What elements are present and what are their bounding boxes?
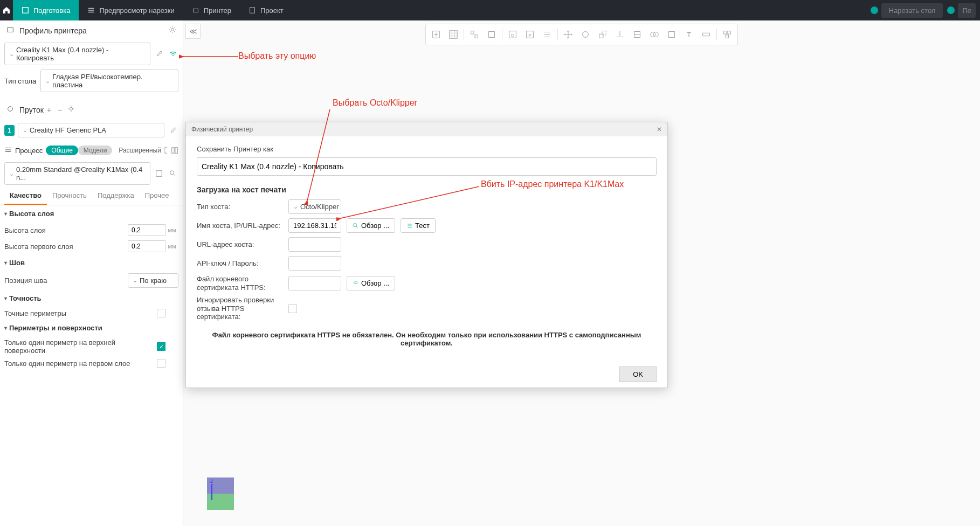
ok-button[interactable]: OK <box>619 366 657 382</box>
unit-mm: мм <box>165 243 178 250</box>
scale-icon[interactable] <box>595 26 611 43</box>
api-key-label: API-ключ / Пароль: <box>197 259 283 267</box>
single-top-label: Только один периметр на верхней поверхно… <box>4 338 157 355</box>
svg-point-4 <box>171 28 174 31</box>
assembly-icon[interactable] <box>719 26 735 43</box>
compare-icon[interactable] <box>171 145 178 156</box>
top-menubar: Подготовка Предпросмотр нарезки Принтер … <box>0 0 980 20</box>
tab-strength[interactable]: Прочность <box>47 187 92 205</box>
height-range-icon[interactable] <box>539 26 555 43</box>
plate-type-label: Тип стола <box>4 77 36 85</box>
svg-rect-29 <box>724 31 727 34</box>
filament-value: Creality HF Generic PLA <box>30 126 106 134</box>
svg-rect-22 <box>602 31 606 35</box>
hostname-input[interactable] <box>288 218 341 233</box>
test-button[interactable]: Тест <box>401 218 436 233</box>
gear-icon[interactable] <box>67 105 75 114</box>
advanced-toggle[interactable] <box>164 147 168 154</box>
tab-other[interactable]: Прочее <box>140 187 175 205</box>
single-top-checkbox[interactable]: ✓ <box>157 342 165 351</box>
process-title: Процесс <box>15 147 43 155</box>
api-key-input[interactable] <box>288 256 341 271</box>
section-layer-height[interactable]: ▾Высота слоя <box>0 205 183 222</box>
wifi-icon[interactable] <box>168 49 178 59</box>
orient-icon[interactable] <box>484 26 500 43</box>
sidebar: Профиль принтера ⌄ Creality K1 Max (0.4 … <box>0 20 183 526</box>
section-seam[interactable]: ▾Шов <box>0 254 183 271</box>
first-layer-input[interactable] <box>128 240 165 252</box>
host-type-select[interactable]: ⌄ Octo/Klipper <box>288 199 341 214</box>
move-icon[interactable] <box>560 26 576 43</box>
process-preset-select[interactable]: ⌄ 0.20mm Standard @Creality K1Max (0.4 n… <box>4 162 150 185</box>
layer-height-input[interactable] <box>128 224 165 236</box>
tab-quality[interactable]: Качество <box>4 187 47 205</box>
search-icon[interactable] <box>168 168 178 179</box>
pill-common[interactable]: Общие <box>46 146 78 155</box>
test-label: Тест <box>415 222 430 230</box>
svg-rect-15 <box>489 32 495 38</box>
axis-gizmo[interactable]: z <box>199 472 243 515</box>
host-url-input[interactable] <box>288 237 341 252</box>
cut-icon[interactable] <box>629 26 645 43</box>
process-icon <box>4 146 12 155</box>
slice-button[interactable]: Нарезать стол <box>881 3 943 18</box>
home-icon[interactable] <box>0 0 13 20</box>
single-first-label: Только один периметр на первом слое <box>4 359 157 368</box>
plate-type-select[interactable]: ⌄ Гладкая PEI/высокотемпер. пластина <box>40 70 178 92</box>
list-icon <box>406 223 413 229</box>
save-as-input[interactable] <box>197 157 657 176</box>
add-cube-icon[interactable] <box>428 26 444 43</box>
split-object-icon[interactable]: O <box>505 26 521 43</box>
flatten-icon[interactable] <box>612 26 628 43</box>
browse-button[interactable]: Обзор ... <box>347 218 395 233</box>
rotate-icon[interactable] <box>577 26 593 43</box>
arrange-icon[interactable] <box>466 26 482 43</box>
edit-filament-icon[interactable] <box>168 125 178 136</box>
section-walls[interactable]: ▾Периметры и поверхности <box>0 320 183 336</box>
layer-height-label: Высота слоя <box>4 226 128 234</box>
remove-filament-icon[interactable]: − <box>54 106 65 114</box>
tab-project[interactable]: Проект <box>240 0 292 20</box>
pill-models[interactable]: Модели <box>78 146 113 155</box>
filament-select[interactable]: ⌄ Creality HF Generic PLA <box>18 123 164 137</box>
collapse-sidebar-icon[interactable]: ≪ <box>185 24 201 39</box>
mesh-boolean-icon[interactable] <box>646 26 662 43</box>
seam-pos-select[interactable]: ⌄ По краю <box>128 273 178 288</box>
svg-point-20 <box>583 32 589 38</box>
tab-support[interactable]: Поддержка <box>92 187 140 205</box>
export-button[interactable]: Пе <box>958 3 976 18</box>
tab-project-label: Проект <box>260 6 284 15</box>
svg-text:O: O <box>511 33 514 38</box>
close-icon[interactable]: ✕ <box>657 126 662 133</box>
printer-profile-header: Профиль принтера <box>0 20 183 40</box>
split-part-icon[interactable]: P <box>522 26 538 43</box>
arachne-checkbox[interactable] <box>157 309 165 317</box>
printer-preset-select[interactable]: ⌄ Creality K1 Max (0.4 nozzle) - Копиров… <box>4 43 150 65</box>
unit-mm: мм <box>165 227 178 233</box>
section-precision[interactable]: ▾Точность <box>0 290 183 307</box>
process-preset-value: 0.20mm Standard @Creality K1Max (0.4 n..… <box>16 165 146 182</box>
add-filament-icon[interactable]: + <box>44 106 54 114</box>
svg-rect-26 <box>669 32 675 38</box>
cert-input[interactable] <box>288 276 341 290</box>
tab-preview[interactable]: Предпросмотр нарезки <box>79 0 183 20</box>
cert-browse-label: Обзор ... <box>361 279 389 287</box>
svg-rect-3 <box>8 28 13 32</box>
cert-browse-button[interactable]: Обзор ... <box>347 276 395 290</box>
chevron-down-icon: ⌄ <box>133 277 137 284</box>
add-plate-icon[interactable] <box>445 26 461 43</box>
edit-preset-icon[interactable] <box>154 49 164 59</box>
measure-icon[interactable] <box>698 26 714 43</box>
save-preset-icon[interactable] <box>154 168 164 179</box>
svg-rect-12 <box>450 31 457 38</box>
ignore-revoke-checkbox[interactable] <box>288 304 297 313</box>
process-header: Процесс ОбщиеМодели Расширенный <box>0 141 183 160</box>
tab-printer[interactable]: Принтер <box>183 0 240 20</box>
gear-icon[interactable] <box>169 26 176 35</box>
single-first-checkbox[interactable] <box>157 359 165 368</box>
support-paint-icon[interactable] <box>664 26 680 43</box>
tab-prepare[interactable]: Подготовка <box>13 0 79 20</box>
cert-note: Файл корневого сертификата HTTPS не обяз… <box>197 326 657 352</box>
printer-profile-title: Профиль принтера <box>19 26 87 35</box>
text-icon[interactable]: T <box>681 26 697 43</box>
